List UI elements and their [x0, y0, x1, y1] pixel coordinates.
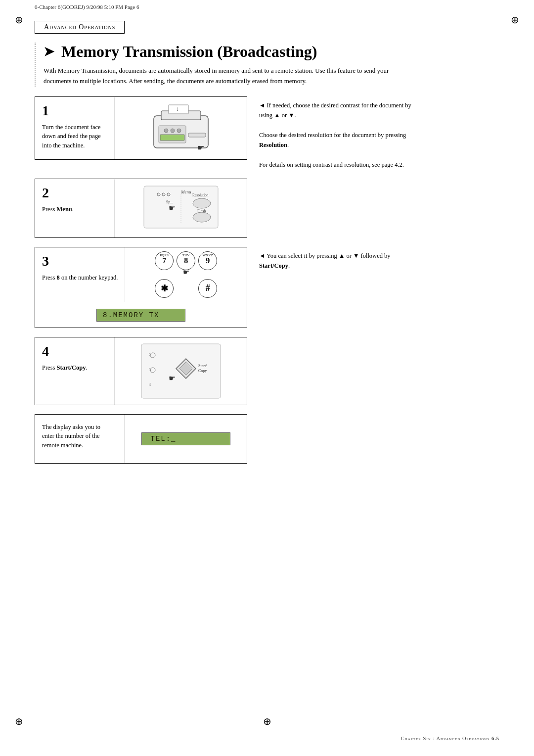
keypad-row-2: ✱ #	[155, 279, 217, 298]
step-2-info: 2 Press Menu.	[35, 179, 114, 237]
svg-point-5	[164, 129, 168, 133]
key-7: PQRS 7	[155, 251, 174, 270]
svg-point-7	[177, 129, 181, 133]
step-1-number: 1	[42, 103, 107, 119]
title-section: ➤ Memory Transmission (Broadcasting) Wit…	[35, 43, 499, 87]
step-1-image: ↓ ☛	[114, 97, 247, 159]
svg-point-17	[193, 198, 211, 208]
tel-display: TEL:_	[141, 432, 230, 445]
step-5-box: The display asks you toenter the number …	[35, 414, 247, 464]
svg-rect-9	[188, 133, 206, 137]
svg-point-20	[193, 212, 211, 222]
page: ⊕ ⊕ ⊕ ⊕ 0-Chapter 6(GODREJ) 9/20/98 5:10…	[0, 0, 534, 756]
svg-rect-8	[160, 135, 184, 141]
step-1-side-text-3: For details on setting contrast and reso…	[259, 160, 415, 170]
step-2-text: Press Menu.	[42, 203, 107, 214]
reg-mark-tl: ⊕	[15, 15, 23, 25]
step-5-row: The display asks you toenter the number …	[35, 414, 499, 464]
step-4-box: 4 Press Start/Copy. 2 3 4	[35, 337, 247, 405]
key-star: ✱	[155, 279, 174, 298]
step-1-info: 1 Turn the document facedown and feed th…	[35, 97, 114, 159]
step-2-row: 2 Press Menu. Menu Resolution	[35, 179, 499, 238]
svg-text:Start/: Start/	[198, 364, 207, 368]
footer-chapter: Chapter Six	[401, 736, 431, 741]
step-3-side: ◄ You can select it by pressing ▲ or ▼ f…	[247, 247, 415, 271]
step-1-row: 1 Turn the document facedown and feed th…	[35, 96, 499, 170]
svg-text:☛: ☛	[169, 204, 176, 212]
svg-text:Copy: Copy	[198, 369, 207, 373]
fax-machine-svg: ↓ ☛	[144, 101, 218, 155]
step-3-info: 3 Press 8 on the number keypad.	[35, 247, 125, 302]
step-3-number: 3	[42, 253, 118, 269]
step-1-side: ◄ If needed, choose the desired contrast…	[247, 96, 415, 170]
tel-text: TEL:_	[151, 435, 177, 443]
top-bar-text: 0-Chapter 6(GODREJ) 9/20/98 5:10 PM Page…	[35, 4, 139, 10]
menu-panel-svg: Menu Resolution Sp... Flash ☛	[139, 184, 223, 233]
key-7-digit: 7	[162, 256, 166, 265]
key-7-label: PQRS	[160, 253, 169, 257]
step-1-text: Turn the document facedown and feed the …	[42, 121, 107, 150]
title-text: Memory Transmission (Broadcasting)	[61, 43, 317, 61]
intro-text: With Memory Transmission, documents are …	[44, 66, 390, 87]
step-2-number: 2	[42, 185, 107, 201]
step-5-side	[247, 414, 415, 418]
finger-on-8: ☛	[183, 268, 189, 277]
lcd-display: 8.MEMORY TX	[96, 309, 185, 322]
step-2-side	[247, 179, 415, 183]
svg-text:Resolution: Resolution	[192, 193, 209, 197]
key-8: TUV 8 ☛	[177, 251, 195, 270]
step-3-image: PQRS 7 TUV 8 ☛ WXYZ 9	[125, 247, 247, 302]
step-4-image: 2 3 4 Start/ Copy ☛	[114, 337, 247, 405]
step-1-side-text-2: Choose the desired resolution for the do…	[259, 130, 415, 150]
key-hash: #	[198, 279, 217, 298]
svg-text:☛: ☛	[197, 143, 204, 152]
top-bar: 0-Chapter 6(GODREJ) 9/20/98 5:10 PM Page…	[35, 0, 499, 12]
step-4-row: 4 Press Start/Copy. 2 3 4	[35, 337, 499, 405]
key-star-symbol: ✱	[161, 283, 168, 294]
step-2-box: 2 Press Menu. Menu Resolution	[35, 179, 247, 238]
svg-text:☛: ☛	[169, 374, 176, 382]
page-title: ➤ Memory Transmission (Broadcasting)	[44, 43, 499, 61]
key-8-digit: 8	[184, 256, 188, 265]
key-9-label: WXYZ	[203, 253, 213, 257]
step-5-image: TEL:_	[124, 415, 247, 463]
step-4-number: 4	[42, 343, 107, 359]
key-9: WXYZ 9	[198, 251, 217, 270]
arrow-icon: ➤	[44, 44, 54, 59]
key-hash-symbol: #	[206, 283, 210, 293]
lcd-text: 8.MEMORY TX	[103, 311, 159, 319]
keypad-row-1: PQRS 7 TUV 8 ☛ WXYZ 9	[155, 251, 217, 270]
svg-point-6	[171, 129, 175, 133]
page-footer: Chapter Six : Advanced Operations 6.5	[401, 736, 499, 741]
startcopy-svg: 2 3 4 Start/ Copy ☛	[139, 341, 223, 401]
footer-page: 6.5	[491, 736, 499, 741]
chapter-header: Advanced Operations	[35, 21, 125, 34]
reg-mark-bl: ⊕	[15, 716, 23, 726]
step-5-info: The display asks you toenter the number …	[35, 415, 124, 463]
step-4-text: Press Start/Copy.	[42, 361, 107, 373]
lcd-row: 8.MEMORY TX	[35, 302, 247, 328]
step-1-box: 1 Turn the document facedown and feed th…	[35, 96, 247, 160]
step-3-box: 3 Press 8 on the number keypad. PQRS 7	[35, 247, 247, 328]
svg-text:Menu: Menu	[180, 189, 191, 194]
step-5-text: The display asks you toenter the number …	[42, 421, 117, 450]
keypad: PQRS 7 TUV 8 ☛ WXYZ 9	[155, 251, 217, 298]
svg-text:↓: ↓	[176, 105, 179, 112]
footer-section: Advanced Operations	[436, 736, 490, 741]
key-8-label: TUV	[182, 253, 189, 257]
reg-mark-tr: ⊕	[511, 15, 519, 25]
step-4-side	[247, 337, 415, 341]
step-3-row: 3 Press 8 on the number keypad. PQRS 7	[35, 247, 499, 328]
svg-text:4: 4	[149, 382, 151, 387]
step-1-side-text-1: ◄ If needed, choose the desired contrast…	[259, 100, 415, 120]
step-3-text: Press 8 on the number keypad.	[42, 271, 118, 283]
key-9-digit: 9	[206, 256, 210, 265]
chapter-header-text: Advanced Operations	[44, 23, 115, 31]
step-4-info: 4 Press Start/Copy.	[35, 337, 114, 405]
step-3-side-text: ◄ You can select it by pressing ▲ or ▼ f…	[259, 251, 415, 271]
step-2-image: Menu Resolution Sp... Flash ☛	[114, 179, 247, 237]
reg-mark-bc: ⊕	[263, 716, 271, 726]
